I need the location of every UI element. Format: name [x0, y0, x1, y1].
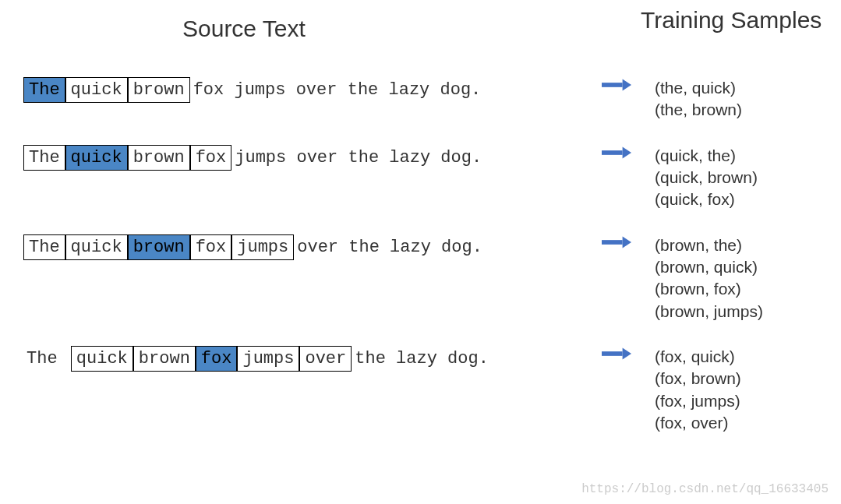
sample: (brown, quick): [655, 256, 763, 278]
svg-rect-2: [602, 150, 623, 155]
sample: (fox, jumps): [655, 390, 741, 412]
arrow-icon: [602, 236, 631, 252]
word-context: quick: [71, 346, 133, 372]
sentence: The quick brown fox jumps over the lazy …: [23, 77, 592, 103]
word-plain: The: [23, 347, 71, 371]
sample: (quick, fox): [655, 189, 758, 210]
arrow-icon: [602, 347, 631, 363]
word-context: fox: [190, 234, 232, 260]
word-context: The: [23, 145, 65, 171]
sample: (fox, over): [655, 412, 741, 434]
diagram-content: The quick brown fox jumps over the lazy …: [23, 77, 818, 434]
training-samples-list: (fox, quick) (fox, brown) (fox, jumps) (…: [655, 346, 741, 434]
sentence: The quick brown fox jumps over the lazy …: [23, 346, 592, 372]
svg-marker-5: [623, 236, 631, 248]
word-target: The: [23, 77, 65, 103]
word-context: quick: [65, 234, 128, 260]
sample: (the, brown): [655, 99, 742, 121]
sample: (brown, the): [655, 234, 763, 256]
word-context: quick: [65, 77, 128, 103]
training-samples-header: Training Samples: [641, 6, 822, 34]
sentence: The quick brown fox jumps over the lazy …: [23, 145, 592, 171]
sample: (brown, jumps): [655, 301, 763, 322]
training-samples-list: (brown, the) (brown, quick) (brown, fox)…: [655, 234, 763, 322]
word-context: jumps: [237, 346, 299, 372]
word-target: brown: [128, 234, 190, 260]
word-plain: over the lazy dog.: [294, 235, 486, 259]
arrow-icon: [602, 146, 631, 162]
svg-marker-3: [623, 146, 631, 158]
example-row: The quick brown fox jumps over the lazy …: [23, 234, 818, 322]
arrow-icon: [602, 79, 631, 94]
word-context: over: [299, 346, 352, 372]
word-plain: fox jumps over the lazy dog.: [190, 78, 485, 102]
sample: (fox, quick): [655, 346, 741, 368]
svg-rect-4: [602, 240, 623, 245]
sample: (the, quick): [655, 77, 742, 99]
word-target: fox: [196, 346, 238, 372]
example-row: The quick brown fox jumps over the lazy …: [23, 346, 818, 434]
training-samples-list: (the, quick) (the, brown): [655, 77, 742, 122]
svg-rect-6: [602, 351, 623, 356]
svg-marker-1: [623, 79, 631, 90]
example-row: The quick brown fox jumps over the lazy …: [23, 145, 818, 211]
sample: (quick, brown): [655, 167, 758, 189]
word-plain: the lazy dog.: [352, 347, 492, 371]
svg-rect-0: [602, 83, 623, 87]
svg-marker-7: [623, 347, 631, 359]
sentence: The quick brown fox jumps over the lazy …: [23, 234, 592, 260]
source-text-header: Source Text: [182, 16, 306, 42]
sample: (brown, fox): [655, 278, 763, 300]
word-context: brown: [128, 145, 190, 171]
example-row: The quick brown fox jumps over the lazy …: [23, 77, 818, 122]
sample: (quick, the): [655, 145, 758, 167]
training-samples-list: (quick, the) (quick, brown) (quick, fox): [655, 145, 758, 211]
word-context: fox: [190, 145, 232, 171]
word-plain: jumps over the lazy dog.: [231, 146, 485, 170]
word-target: quick: [65, 145, 128, 171]
word-context: brown: [133, 346, 196, 372]
word-context: The: [23, 234, 65, 260]
word-context: jumps: [231, 234, 294, 260]
sample: (fox, brown): [655, 368, 741, 389]
word-context: brown: [128, 77, 190, 103]
watermark: https://blog.csdn.net/qq_16633405: [581, 482, 829, 496]
